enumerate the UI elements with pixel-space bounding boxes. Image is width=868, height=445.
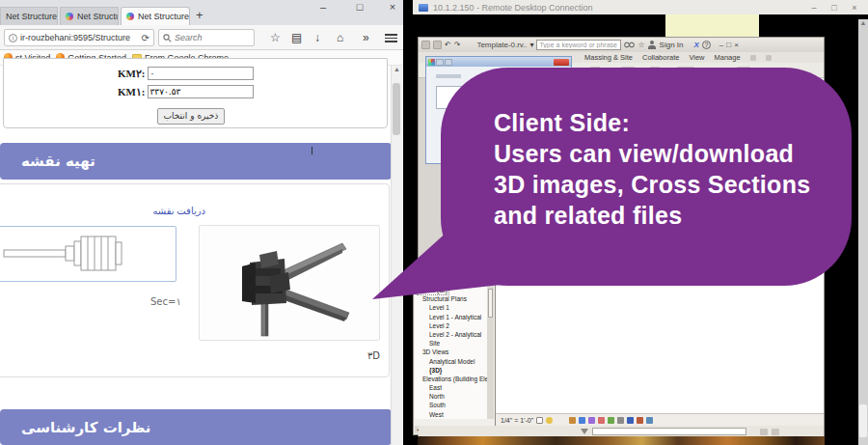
window-minimize-button[interactable]: –	[316, 1, 330, 13]
status-icon[interactable]	[760, 429, 768, 435]
help-icon[interactable]: ?	[702, 41, 711, 49]
menu-hamburger-icon[interactable]	[385, 34, 397, 42]
dialog-maximize-button[interactable]	[445, 59, 452, 66]
revit-titlebar: ↶ ↷ Template-0.rv... ▾ ☆ Sign In X ? – □…	[419, 38, 824, 52]
url-bar[interactable]: i ir-rouzbehani:9595/Structure ⟳	[4, 29, 154, 46]
revit-search-input[interactable]	[536, 40, 621, 50]
undo-icon[interactable]: ↶	[445, 41, 451, 49]
rdp-close-button[interactable]: ×	[847, 3, 862, 13]
rdp-minimize-button[interactable]: –	[806, 3, 822, 13]
crop-region-icon[interactable]	[608, 417, 614, 424]
sign-in-label[interactable]: Sign In	[660, 41, 684, 49]
doc-dropdown-icon[interactable]: ▾	[529, 41, 533, 49]
reload-icon[interactable]: ⟳	[142, 33, 149, 43]
tree-item-active-view[interactable]: {3D}	[415, 366, 488, 375]
bookmark-star-icon[interactable]: ☆	[270, 31, 281, 44]
tab-manage[interactable]: Manage	[715, 53, 741, 62]
km1-row: KM۱:	[118, 85, 254, 98]
downloads-icon[interactable]: ↓	[314, 31, 320, 44]
filter-icon[interactable]	[581, 429, 588, 434]
detail-level-icon[interactable]	[569, 417, 576, 424]
scrollbar-up-icon[interactable]: ▲	[858, 19, 868, 26]
km1-input[interactable]	[148, 85, 254, 98]
analytical-model-icon[interactable]	[646, 417, 653, 424]
tab-label: Net Structures	[77, 12, 119, 21]
url-text: ir-rouzbehani:9595/Structure	[20, 33, 139, 42]
firefox-navbar: i ir-rouzbehani:9595/Structure ⟳ ☆ ▤ ↓ ⌂…	[0, 25, 403, 50]
sun-shadow-icon[interactable]	[546, 417, 553, 424]
download-map-link[interactable]: دریافت نقشه	[152, 206, 205, 216]
tree-item[interactable]: Level 2	[415, 321, 488, 330]
sticky-note	[665, 14, 759, 37]
tree-item[interactable]: Analytical Model	[415, 357, 488, 366]
cross-section-box[interactable]	[0, 226, 176, 282]
ribbon-toggle-icon[interactable]	[750, 55, 756, 61]
view-scale[interactable]: 1/4" = 1'-0"	[501, 417, 533, 424]
ribbon-toggle-icon[interactable]	[766, 55, 772, 61]
tree-item[interactable]: 3D Views	[415, 348, 488, 356]
window-maximize-button[interactable]: □	[353, 1, 366, 13]
sign-in-icon[interactable]	[648, 41, 657, 49]
three-d-image-box[interactable]	[199, 225, 380, 341]
text-cursor	[312, 147, 312, 154]
scrollbar-up-icon[interactable]: ▲	[392, 66, 402, 72]
visual-style-icon[interactable]	[579, 417, 585, 424]
tree-item[interactable]: South	[415, 401, 488, 409]
shadows-icon[interactable]	[588, 417, 595, 424]
three-d-render	[200, 226, 379, 340]
hide-crop-icon[interactable]	[617, 417, 624, 424]
tree-item[interactable]: Elevations (Building Elevation	[415, 375, 488, 383]
save-select-button[interactable]: ذخیره و انتخاب	[157, 108, 225, 125]
redo-icon[interactable]: ↷	[454, 41, 461, 49]
overflow-chevron-icon[interactable]: »	[363, 31, 369, 44]
tab-collaborate[interactable]: Collaborate	[642, 53, 679, 62]
tree-item[interactable]: North	[415, 392, 488, 401]
home-icon[interactable]: ⌂	[337, 31, 343, 44]
rdp-scrollbar-thumb[interactable]	[859, 404, 867, 437]
window-close-button[interactable]: ×	[386, 1, 399, 13]
speech-bubble-text: Client Side: Users can view/download 3D …	[494, 107, 860, 231]
section-label: Sec=۱	[150, 296, 181, 307]
tab-massing-site[interactable]: Massing & Site	[584, 53, 633, 62]
rdp-scrollbar[interactable]: ▲	[858, 19, 868, 445]
firefox-scrollbar-thumb[interactable]	[393, 83, 400, 135]
tree-item[interactable]: Site	[415, 339, 488, 348]
km2-label: KM۲:	[118, 68, 146, 80]
save-icon[interactable]	[433, 41, 442, 49]
exchange-apps-icon[interactable]: X	[694, 41, 699, 49]
tree-item[interactable]: East	[415, 383, 488, 392]
dialog-minimize-button[interactable]	[436, 59, 444, 66]
temporary-hide-icon[interactable]	[627, 417, 634, 424]
status-icon[interactable]	[772, 429, 779, 435]
communication-center-icon[interactable]	[624, 41, 635, 49]
tree-item[interactable]: West	[415, 410, 488, 419]
bubble-line-1: Client Side:	[494, 107, 860, 138]
favorites-icon[interactable]: ☆	[637, 41, 644, 49]
tree-item[interactable]: Level 2 - Analytical	[415, 330, 488, 339]
dialog-text-placeholder	[436, 74, 461, 78]
revit-close-button[interactable]: ×	[734, 41, 739, 49]
site-info-icon[interactable]: i	[9, 34, 17, 42]
browser-tab-1[interactable]: Net Structures ×	[0, 7, 58, 25]
tab-view[interactable]: View	[689, 53, 704, 62]
search-input[interactable]	[175, 33, 242, 42]
cross-section-drawing	[0, 227, 176, 281]
km2-input[interactable]	[148, 67, 254, 80]
search-box[interactable]	[158, 29, 255, 46]
library-icon[interactable]: ▤	[291, 31, 302, 44]
revit-minimize-button[interactable]: –	[719, 41, 723, 49]
browser-tab-2[interactable]: Net Structures ×	[60, 7, 119, 25]
crop-view-icon[interactable]	[536, 417, 543, 424]
desktop-wallpaper-strip	[418, 436, 825, 445]
dialog-close-button[interactable]	[554, 59, 569, 66]
status-input[interactable]	[592, 428, 746, 435]
rendering-icon[interactable]	[598, 417, 605, 424]
browser-tab-3-active[interactable]: Net Structures ×	[121, 7, 190, 25]
rdp-maximize-button[interactable]: □	[827, 3, 842, 13]
new-tab-button[interactable]: +	[196, 8, 203, 22]
reveal-hidden-icon[interactable]	[637, 417, 643, 424]
site-favicon	[66, 13, 73, 20]
tree-item[interactable]: Level 1 - Analytical	[415, 313, 488, 321]
revit-maximize-button[interactable]: □	[726, 41, 731, 49]
app-menu-icon[interactable]	[421, 41, 430, 49]
